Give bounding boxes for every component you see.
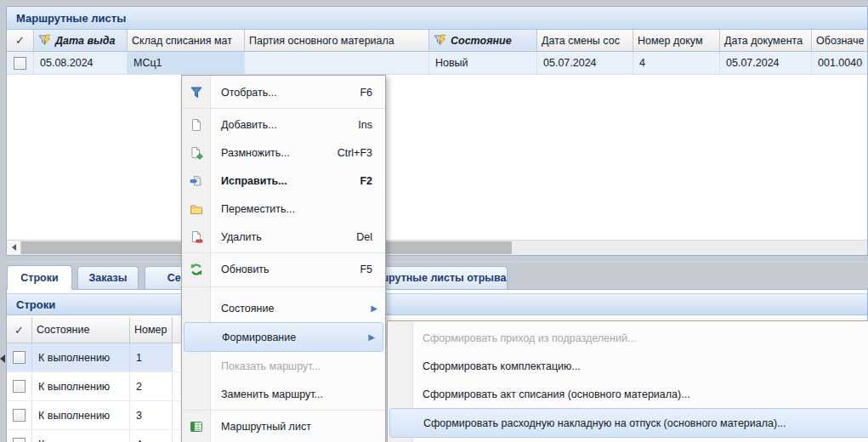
cell-warehouse[interactable]: МСц1 (128, 52, 245, 74)
header-col-state-date[interactable]: Дата смены сос (537, 30, 633, 51)
edit-document-icon (182, 174, 210, 188)
menu-item-show-route: Показать маршрут... (182, 352, 385, 380)
menu-item-label: Показать маршрут... (221, 360, 321, 372)
checkmark-icon: ✓ (14, 324, 24, 337)
header-label: Склад списания мат (132, 35, 232, 47)
scroll-left-button[interactable] (7, 241, 21, 254)
submenu-item-kitting[interactable]: Сформировать комплектацию... (388, 352, 868, 380)
header-label: Состояние (37, 324, 89, 336)
header-col-number[interactable]: Номер (130, 317, 173, 343)
horizontal-scrollbar[interactable] (7, 240, 867, 255)
cell-state[interactable]: К выполнению (32, 372, 130, 400)
submenu-item-label: Сформировать расходную накладную на отпу… (423, 417, 786, 429)
scroll-left-icon (12, 244, 16, 251)
route-sheets-panel: Маршрутные листы ✓ Дата выда Склад списа… (6, 6, 868, 256)
menu-item-duplicate[interactable]: Размножить... Ctrl+F3 (182, 139, 385, 167)
submenu-item-writeoff-act[interactable]: Сформировать акт списания (основного мат… (388, 380, 868, 408)
menu-item-generation[interactable]: Формирование ▶ (184, 322, 383, 352)
cell-state-date[interactable]: 05.07.2024 (537, 52, 633, 74)
header-col-designation[interactable]: Обозначе (812, 30, 867, 51)
menu-item-label: Исправить... (221, 175, 287, 187)
row-check-cell[interactable] (7, 430, 32, 442)
header-col-state[interactable]: Состояние (429, 30, 537, 51)
menu-item-label: Размножить... (221, 147, 290, 159)
header-check-column[interactable]: ✓ (7, 317, 32, 343)
row-checkbox[interactable] (13, 438, 26, 442)
tab-label: Строки (20, 272, 58, 284)
cell-number[interactable]: 1 (130, 343, 173, 371)
header-label: Номер (134, 324, 167, 336)
tab-strip: Строки Заказы Сер Маршрутные листы отрыв… (6, 261, 868, 290)
header-col-doc-date[interactable]: Дата документа (720, 30, 812, 51)
table-header: ✓ Дата выда Склад списания мат Партия ос… (7, 30, 867, 52)
app-window: Маршрутные листы ✓ Дата выда Склад списа… (0, 0, 868, 442)
menu-separator (182, 108, 385, 109)
menu-item-edit[interactable]: Исправить... F2 (182, 167, 385, 195)
row-check-cell[interactable] (7, 401, 32, 429)
splitter-collapse-icon[interactable] (0, 354, 5, 363)
menu-shortcut: F2 (360, 175, 385, 187)
header-col-doc-number[interactable]: Номер докум (633, 30, 720, 51)
menu-item-label: Заменить маршрут... (221, 388, 323, 400)
group-title: Строки (16, 298, 55, 311)
cell-state[interactable]: К выполнению (32, 401, 130, 429)
excel-icon (182, 420, 210, 434)
group-header: Строки (7, 293, 867, 315)
filter-bolt-icon (434, 34, 447, 47)
header-label: Обозначе (816, 35, 864, 47)
cell-number[interactable]: 3 (130, 401, 173, 429)
menu-item-route-sheet[interactable]: Маршрутный лист (182, 412, 385, 440)
header-label: Номер докум (638, 35, 703, 47)
cell-batch[interactable] (245, 52, 429, 74)
row-check-cell[interactable] (7, 52, 34, 74)
menu-item-delete[interactable]: Удалить Del (182, 223, 385, 251)
header-label: Дата документа (724, 35, 803, 47)
cell-designation[interactable]: 001.0040 (812, 52, 867, 74)
tab-zakazy[interactable]: Заказы (77, 266, 139, 289)
panel-title: Маршрутные листы (7, 7, 867, 30)
menu-item-add[interactable]: Добавить... Ins (182, 110, 385, 139)
context-menu: Отобрать... F6 Добавить... Ins Размножит… (181, 75, 386, 442)
header-col-state[interactable]: Состояние (32, 317, 130, 343)
row-checkbox[interactable] (14, 57, 26, 70)
header-label: Состояние (451, 35, 512, 47)
cell-number[interactable]: 2 (130, 372, 173, 400)
menu-item-label: Обновить (221, 264, 269, 275)
menu-item-select[interactable]: Отобрать... F6 (182, 78, 385, 106)
cell-doc-number[interactable]: 4 (633, 52, 720, 74)
header-col-issue-date[interactable]: Дата выда (34, 30, 128, 51)
menu-item-state[interactable]: Состояние ▶ (182, 294, 385, 322)
submenu-item-label: Сформировать комплектацию... (423, 360, 581, 372)
cell-state[interactable]: К выполнению (32, 430, 130, 442)
submenu-item-incoming: Сформировать приход из подразделений... (388, 324, 868, 352)
cell-number[interactable]: 4 (130, 430, 173, 442)
panel-title-label: Маршрутные листы (16, 12, 126, 25)
table-row[interactable]: 05.08.2024 МСц1 Новый 05.07.2024 4 05.07… (7, 52, 867, 75)
menu-separator (182, 252, 385, 253)
tab-stroki[interactable]: Строки (7, 265, 72, 290)
submenu-arrow-icon: ▶ (371, 303, 385, 313)
row-checkbox[interactable] (13, 409, 26, 422)
new-document-icon (182, 118, 210, 132)
row-checkbox[interactable] (13, 380, 26, 393)
menu-item-refresh[interactable]: Обновить F5 (182, 255, 385, 283)
cell-doc-date[interactable]: 05.07.2024 (720, 52, 812, 74)
submenu-item-issue-invoice[interactable]: Сформировать расходную накладную на отпу… (389, 408, 868, 438)
menu-shortcut: F5 (360, 264, 385, 275)
menu-item-label: Формирование (222, 332, 296, 343)
copy-document-plus-icon (182, 146, 210, 160)
header-check-column[interactable]: ✓ (7, 30, 34, 51)
menu-shortcut: F6 (360, 87, 385, 99)
menu-shortcut: Ins (358, 119, 385, 131)
row-check-cell[interactable] (7, 372, 32, 400)
cell-state[interactable]: К выполнению (32, 343, 130, 371)
header-col-batch[interactable]: Партия основного материала (245, 30, 429, 51)
row-check-cell[interactable] (7, 343, 32, 371)
cell-state[interactable]: Новый (429, 52, 537, 74)
cell-issue-date[interactable]: 05.08.2024 (34, 52, 128, 74)
header-col-warehouse[interactable]: Склад списания мат (128, 30, 245, 51)
generation-submenu: Сформировать приход из подразделений... … (387, 320, 868, 442)
menu-item-replace-route[interactable]: Заменить маршрут... (182, 380, 385, 408)
menu-item-move[interactable]: Переместить... (182, 195, 385, 223)
row-checkbox[interactable] (13, 351, 26, 364)
